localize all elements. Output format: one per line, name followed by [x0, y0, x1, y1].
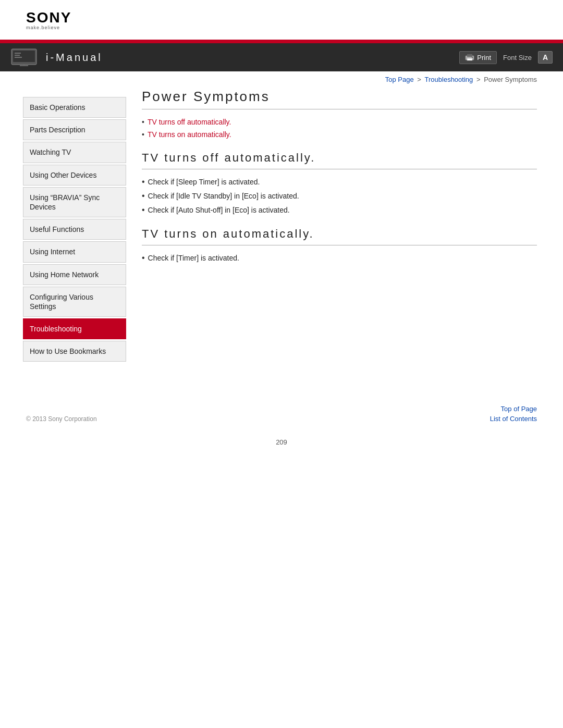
list-of-contents-link[interactable]: List of Contents: [490, 415, 537, 423]
section-title-tv-on: TV turns on automatically.: [142, 227, 537, 241]
breadcrumb: Top Page > Troubleshooting > Power Sympt…: [0, 71, 563, 87]
sidebar-item-watching-tv[interactable]: Watching TV: [23, 142, 126, 163]
toc-link-tv-off[interactable]: TV turns off automatically.: [148, 118, 231, 126]
sony-wordmark: SONY: [26, 9, 71, 26]
breadcrumb-sep-2: >: [476, 76, 482, 83]
sidebar-item-useful-functions[interactable]: Useful Functions: [23, 219, 126, 240]
section-divider-off: [142, 169, 537, 169]
top-of-page-link[interactable]: Top of Page: [501, 405, 537, 413]
tv-off-bullet-2: Check if [Idle TV Standby] in [Eco] is a…: [142, 192, 537, 201]
imanual-right: Print Font Size A: [459, 51, 553, 64]
svg-rect-1: [13, 51, 35, 62]
imanual-title: i-Manual: [46, 52, 103, 64]
page-number: 209: [0, 433, 563, 456]
svg-rect-9: [467, 58, 472, 60]
sidebar-item-basic-operations[interactable]: Basic Operations: [23, 97, 126, 118]
sidebar-item-using-other-devices[interactable]: Using Other Devices: [23, 165, 126, 186]
toc-item-1: • TV turns off automatically.: [142, 118, 537, 126]
sony-logo: SONY make.believe: [26, 9, 537, 30]
print-button[interactable]: Print: [459, 51, 497, 64]
page-footer: © 2013 Sony Corporation Top of Page List…: [0, 374, 563, 433]
sony-header: SONY make.believe: [0, 0, 563, 35]
breadcrumb-sep-1: >: [417, 76, 423, 83]
sidebar-item-parts-description[interactable]: Parts Description: [23, 119, 126, 140]
sidebar-item-configuring-various-settings[interactable]: Configuring Various Settings: [23, 287, 126, 317]
tv-off-bullet-3: Check if [Auto Shut-off] in [Eco] is act…: [142, 206, 537, 215]
svg-point-10: [472, 57, 473, 58]
tv-off-bullets: Check if [Sleep Timer] is activated. Che…: [142, 178, 537, 215]
print-label: Print: [477, 54, 491, 61]
bullet-2: •: [142, 130, 144, 139]
breadcrumb-current: Power Symptoms: [484, 76, 537, 83]
content-area: Power Symptoms • TV turns off automatica…: [126, 87, 563, 363]
bullet-1: •: [142, 118, 144, 126]
tv-on-bullet-1: Check if [Timer] is activated.: [142, 254, 537, 263]
toc-links: • TV turns off automatically. • TV turns…: [142, 118, 537, 139]
toc-link-tv-on[interactable]: TV turns on automatically.: [148, 130, 231, 139]
red-accent-bar: [0, 40, 563, 43]
sidebar: Basic Operations Parts Description Watch…: [0, 87, 126, 363]
toc-item-2: • TV turns on automatically.: [142, 130, 537, 139]
sidebar-item-using-internet[interactable]: Using Internet: [23, 241, 126, 262]
imanual-left: i-Manual: [10, 48, 103, 67]
font-size-button[interactable]: A: [538, 51, 553, 64]
svg-rect-8: [467, 54, 472, 57]
section-title-tv-off: TV turns off automatically.: [142, 151, 537, 165]
tv-on-bullets: Check if [Timer] is activated.: [142, 254, 537, 263]
sidebar-item-using-bravia-sync[interactable]: Using “BRAVIA” Sync Devices: [23, 187, 126, 217]
breadcrumb-troubleshooting[interactable]: Troubleshooting: [425, 76, 473, 83]
sidebar-item-how-to-use-bookmarks[interactable]: How to Use Bookmarks: [23, 341, 126, 362]
copyright: © 2013 Sony Corporation: [26, 415, 97, 423]
sidebar-item-troubleshooting[interactable]: Troubleshooting: [23, 318, 126, 339]
footer-links: Top of Page List of Contents: [490, 405, 537, 423]
print-icon: [465, 54, 474, 61]
page-title: Power Symptoms: [142, 89, 537, 105]
main-layout: Basic Operations Parts Description Watch…: [0, 87, 563, 363]
tv-icon: [10, 48, 38, 67]
font-size-label: Font Size: [503, 54, 532, 61]
imanual-bar: i-Manual Print Font Size A: [0, 43, 563, 71]
section-divider-on: [142, 245, 537, 245]
sidebar-item-using-home-network[interactable]: Using Home Network: [23, 264, 126, 285]
breadcrumb-top-page[interactable]: Top Page: [385, 76, 414, 83]
title-divider: [142, 109, 537, 109]
sony-tagline: make.believe: [26, 25, 60, 30]
tv-off-bullet-1: Check if [Sleep Timer] is activated.: [142, 178, 537, 187]
